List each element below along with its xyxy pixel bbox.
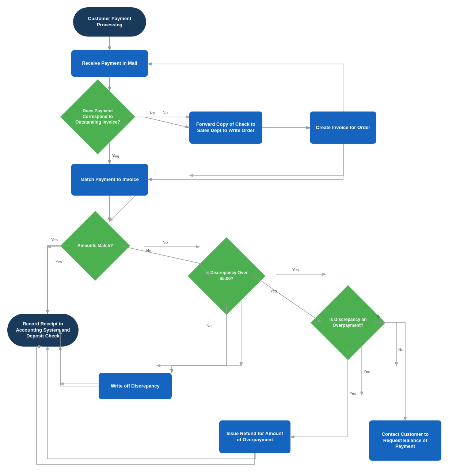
svg-text:Yes: Yes: [112, 154, 119, 158]
issue-refund-label: Issue Refund for Amount of Overpayment: [225, 431, 285, 443]
is-overpayment-label: Is Discrepancy an Overpayment?: [322, 296, 375, 349]
does-payment-correspond-node: Does Payment Correspond to Outstanding I…: [60, 79, 135, 154]
forward-check-label: Forward Copy of Check to Sales Dept to W…: [195, 121, 257, 134]
receive-payment-label: Receive Payment in Mail: [82, 60, 137, 67]
svg-line-8: [110, 196, 135, 221]
contact-customer-node: Contact Customer to Request Balance of P…: [369, 420, 441, 461]
receive-payment-node: Receive Payment in Mail: [71, 50, 148, 77]
write-off-node: Write off Discrepancy: [99, 373, 172, 399]
is-overpayment-node: Is Discrepancy an Overpayment?: [311, 285, 385, 360]
does-payment-correspond-label: Does Payment Correspond to Outstanding I…: [71, 90, 124, 143]
svg-text:No: No: [206, 324, 212, 328]
discrepancy-over-node: Is Discrepancy Over $5.00?: [188, 237, 265, 315]
record-receipt-label: Record Receipt in Accounting System and …: [15, 321, 71, 340]
start-node: Customer Payment Processing: [73, 7, 146, 37]
svg-text:Yes: Yes: [113, 155, 119, 159]
match-payment-label: Match Payment to Invoice: [80, 177, 139, 183]
svg-text:Yes: Yes: [270, 289, 277, 293]
svg-text:Yes: Yes: [364, 369, 370, 374]
svg-text:No: No: [163, 240, 168, 245]
flowchart: No Yes No Yes Yes: [0, 0, 460, 476]
write-off-label: Write off Discrepancy: [111, 383, 159, 389]
create-invoice-node: Create Invoice for Order: [310, 112, 376, 144]
issue-refund-node: Issue Refund for Amount of Overpayment: [219, 420, 290, 453]
svg-text:Yes: Yes: [292, 268, 299, 272]
amounts-match-node: Amounts Match?: [60, 211, 130, 281]
svg-text:Yes: Yes: [56, 260, 62, 264]
match-payment-node: Match Payment to Invoice: [71, 164, 148, 196]
svg-text:No: No: [398, 347, 403, 352]
svg-text:Yes: Yes: [51, 238, 58, 242]
contact-customer-label: Contact Customer to Request Balance of P…: [375, 431, 436, 450]
forward-check-node: Forward Copy of Check to Sales Dept to W…: [189, 112, 262, 144]
svg-text:No: No: [163, 110, 168, 115]
amounts-match-label: Amounts Match?: [71, 221, 120, 271]
create-invoice-label: Create Invoice for Order: [316, 125, 370, 131]
svg-text:No: No: [146, 249, 151, 253]
svg-text:No: No: [150, 111, 155, 115]
discrepancy-over-label: Is Discrepancy Over $5.00?: [199, 249, 254, 303]
start-label: Customer Payment Processing: [80, 16, 139, 28]
svg-text:Yes: Yes: [350, 391, 356, 396]
record-receipt-node: Record Receipt in Accounting System and …: [7, 314, 79, 347]
